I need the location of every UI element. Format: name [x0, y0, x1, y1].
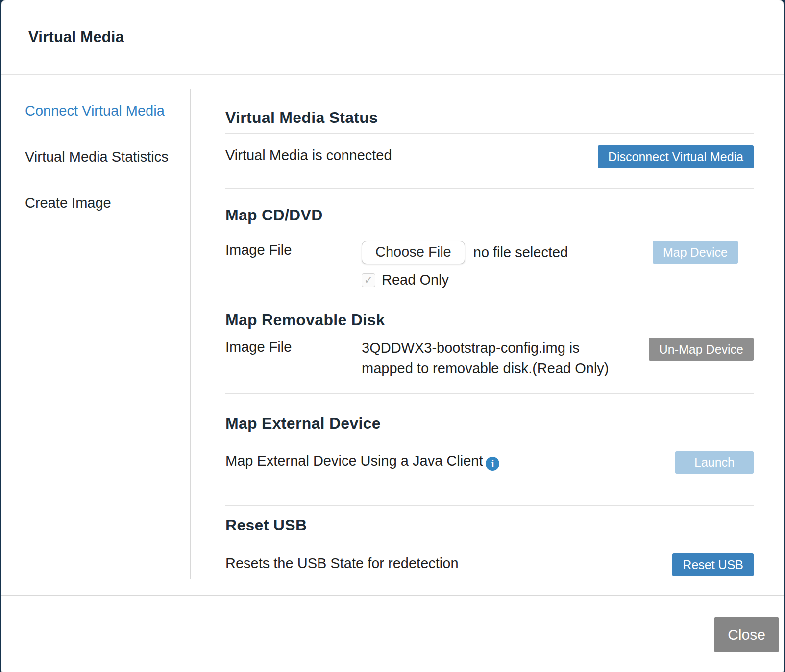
sidebar-item-connect-virtual-media[interactable]: Connect Virtual Media — [25, 103, 191, 119]
reset-usb-button[interactable]: Reset USB — [672, 553, 754, 576]
java-client-text-label: Map External Device Using a Java Client — [225, 453, 483, 469]
cd-image-file-label: Image File — [225, 241, 362, 260]
sidebar: Connect Virtual Media Virtual Media Stat… — [1, 75, 191, 595]
sidebar-item-virtual-media-statistics[interactable]: Virtual Media Statistics — [25, 149, 191, 165]
map-device-button[interactable]: Map Device — [653, 241, 738, 264]
disconnect-virtual-media-button[interactable]: Disconnect Virtual Media — [598, 145, 754, 168]
sidebar-item-create-image[interactable]: Create Image — [25, 195, 191, 211]
unmap-device-button[interactable]: Un-Map Device — [649, 338, 754, 360]
status-section-heading: Virtual Media Status — [225, 108, 754, 127]
mapped-image-text: 3QDDWX3-bootstrap-config.img is mapped t… — [362, 338, 649, 378]
section-divider — [225, 188, 754, 189]
map-removable-disk-heading: Map Removable Disk — [225, 311, 754, 329]
status-message: Virtual Media is connected — [225, 145, 598, 166]
section-divider — [225, 505, 754, 506]
read-only-label: Read Only — [382, 272, 449, 288]
section-divider — [225, 393, 754, 394]
dialog-body: Connect Virtual Media Virtual Media Stat… — [1, 75, 784, 595]
info-icon[interactable]: i — [486, 457, 499, 471]
map-cd-dvd-heading: Map CD/DVD — [225, 206, 754, 224]
check-icon: ✓ — [364, 275, 373, 286]
dialog-footer: Close — [1, 595, 784, 672]
no-file-selected-text: no file selected — [473, 244, 568, 261]
virtual-media-dialog: Virtual Media Connect Virtual Media Virt… — [1, 0, 784, 672]
mapped-image-text-line2: mapped to removable disk.(Read Only) — [362, 359, 649, 379]
content-pane: Virtual Media Status Virtual Media is co… — [191, 75, 784, 595]
java-client-text: Map External Device Using a Java Clienti — [225, 451, 675, 471]
choose-file-button[interactable]: Choose File — [362, 241, 465, 264]
removable-image-file-label: Image File — [225, 338, 362, 357]
reset-usb-heading: Reset USB — [225, 516, 754, 534]
dialog-title: Virtual Media — [28, 28, 124, 46]
map-external-device-heading: Map External Device — [225, 414, 754, 432]
read-only-checkbox[interactable]: ✓ — [362, 273, 375, 287]
mapped-image-text-line1: 3QDDWX3-bootstrap-config.img is — [362, 338, 649, 358]
dialog-header: Virtual Media — [1, 0, 784, 75]
status-heading-divider — [225, 133, 754, 134]
launch-button[interactable]: Launch — [675, 451, 754, 474]
close-button[interactable]: Close — [714, 617, 779, 652]
sidebar-divider — [190, 89, 191, 579]
reset-usb-text: Resets the USB State for redetection — [225, 553, 672, 574]
